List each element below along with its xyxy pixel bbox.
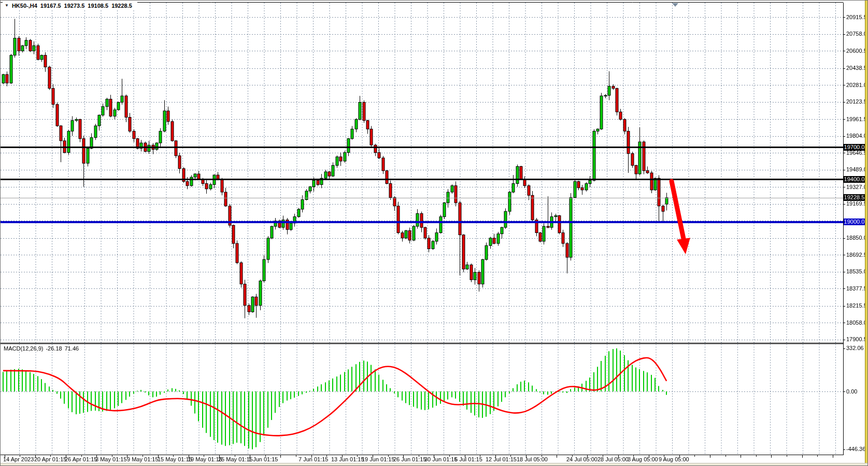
chart-dropdown-icon[interactable]: ▼ bbox=[5, 3, 9, 8]
price-axis-tick-label: 19327.0 bbox=[846, 184, 867, 191]
price-axis-tick-label: 18377.5 bbox=[846, 285, 867, 292]
macd-value: -26.18 bbox=[46, 345, 62, 352]
ohlc-open: 19167.5 bbox=[40, 3, 61, 9]
price-axis-tick-label: 18692.5 bbox=[846, 252, 867, 258]
macd-axis-tick-label: 332.06 bbox=[846, 345, 864, 351]
price-axis-tick-label: 18058.0 bbox=[846, 319, 867, 326]
ohlc-low: 19108.5 bbox=[88, 3, 108, 9]
price-axis-tick-label: 20281.0 bbox=[846, 82, 867, 89]
date-axis-label: 19 May 01:15 bbox=[188, 456, 222, 462]
date-axis-label: 3 May 01:15 bbox=[95, 456, 127, 462]
chart-title-bar[interactable]: ▼ HK50- HK50-,H4 19167.5 19273.5 19108.5… bbox=[3, 1, 137, 10]
date-axis-label: 20 Apr 01:15 bbox=[34, 456, 66, 462]
date-axis-label: 1 Jun 01:15 bbox=[248, 456, 278, 462]
macd-axis-tick-label: 0.00 bbox=[846, 388, 857, 395]
ohlc-high: 19273.5 bbox=[64, 3, 85, 9]
macd-axis-tick-label: -446.36 bbox=[846, 446, 865, 452]
price-level-label: 19400.0 bbox=[844, 176, 865, 183]
price-axis-tick-label: 20758.0 bbox=[846, 31, 867, 37]
date-axis-label: 18 Jul 05:00 bbox=[517, 456, 548, 462]
price-axis-tick-label: 18850.0 bbox=[846, 235, 867, 241]
price-axis-tick-label: 20600.5 bbox=[846, 48, 867, 54]
date-axis-label: 19 Jun 01:15 bbox=[362, 456, 395, 462]
date-axis-label: 24 Jul 05:00 bbox=[566, 456, 597, 462]
date-axis-label: 14 Apr 2023 bbox=[3, 456, 34, 462]
price-axis-tick-label: 19169.5 bbox=[846, 200, 867, 207]
ohlc-close: 19228.5 bbox=[111, 3, 132, 9]
date-axis-label: 6 Jul 01:15 bbox=[454, 456, 482, 462]
macd-indicator-label: MACD(12,26,9) -26.18 71.46 bbox=[4, 345, 79, 352]
price-axis-tick-label: 17900.5 bbox=[846, 336, 867, 343]
date-axis-label: 12 Jul 01:15 bbox=[486, 456, 517, 462]
price-axis-tick-label: 20915.5 bbox=[846, 14, 867, 21]
date-axis-label: 9 May 01:15 bbox=[127, 456, 159, 462]
date-axis-label: 15 May 01:15 bbox=[158, 456, 192, 462]
date-axis-label: 13 Jun 01:15 bbox=[331, 456, 364, 462]
price-axis-tick-label: 20123.5 bbox=[846, 98, 867, 105]
chart-window: ▼ HK50- HK50-,H4 19167.5 19273.5 19108.5… bbox=[0, 0, 868, 466]
price-level-label: 19000.0 bbox=[844, 219, 865, 225]
price-axis-tick-label: 20438.5 bbox=[846, 65, 867, 71]
right-edge-scrollbar[interactable] bbox=[865, 1, 868, 463]
price-level-label: 19700.0 bbox=[844, 144, 865, 151]
bottom-status-strip bbox=[1, 463, 868, 466]
date-axis-label: 30 Jun 01:15 bbox=[424, 456, 458, 462]
date-axis-label: 25 May 01:15 bbox=[218, 456, 253, 462]
price-axis-tick-label: 18215.5 bbox=[846, 302, 867, 309]
price-level-label: 19228.5 bbox=[844, 194, 865, 201]
date-axis-label: 26 Apr 01:15 bbox=[65, 456, 97, 462]
date-axis-label: 26 Jun 01:15 bbox=[393, 456, 426, 462]
price-axis-tick-label: 19961.5 bbox=[846, 116, 867, 123]
macd-name: MACD(12,26,9) bbox=[4, 345, 43, 352]
price-axis-tick-label: 18535.0 bbox=[846, 268, 867, 275]
date-axis-label: 9 Aug 05:00 bbox=[659, 456, 689, 462]
chart-canvas[interactable] bbox=[1, 1, 868, 466]
date-axis-label: 3 Aug 05:00 bbox=[628, 456, 658, 462]
price-axis-tick-label: 19489.0 bbox=[846, 166, 867, 173]
price-axis-tick-label: 19804.0 bbox=[846, 133, 867, 139]
date-axis-label: 7 Jun 01:15 bbox=[298, 456, 329, 462]
chart-title-symbol: HK50-,H4 bbox=[12, 3, 37, 9]
macd-signal-value: 71.46 bbox=[65, 345, 79, 352]
date-axis-label: 28 Jul 05:00 bbox=[597, 456, 629, 462]
